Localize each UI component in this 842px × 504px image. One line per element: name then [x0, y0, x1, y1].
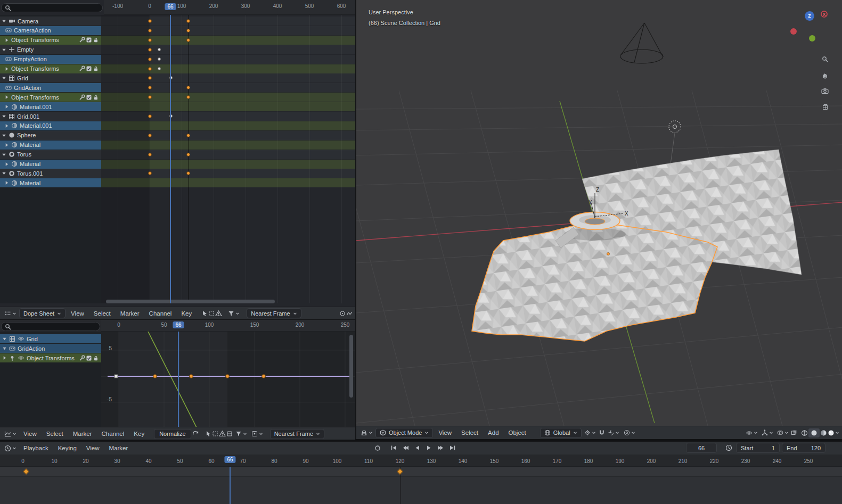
current-frame-chip[interactable]: 66 [173, 321, 184, 328]
keyframe[interactable] [186, 153, 190, 156]
dope-menu-key[interactable]: Key [177, 307, 196, 319]
graph-channel-grid[interactable]: Grid [0, 334, 101, 343]
gizmo-x-axis[interactable]: X [821, 11, 828, 18]
tri-right-icon[interactable] [4, 162, 9, 167]
channel-material-001[interactable]: Material.001 [0, 121, 101, 130]
zoom-tool[interactable] [818, 53, 832, 65]
start-frame-field[interactable]: Start1 [736, 443, 780, 453]
prev-keyframe-button[interactable] [400, 443, 410, 452]
end-frame-field[interactable]: End120 [782, 443, 825, 453]
gizmo-x-neg-axis[interactable] [790, 28, 797, 35]
graph-channel-object-transforms[interactable]: Object Transforms [0, 353, 101, 362]
channel-object-transforms[interactable]: Object Transforms [0, 64, 101, 73]
graph-curve-canvas[interactable] [101, 332, 355, 427]
play-button[interactable] [424, 443, 434, 452]
current-frame-chip[interactable]: 66 [224, 456, 235, 463]
graph-menu-marker[interactable]: Marker [69, 427, 96, 440]
channel-gridaction[interactable]: GridAction [0, 83, 101, 92]
curve-keyframe[interactable] [115, 375, 118, 378]
chev-icon[interactable] [835, 431, 839, 435]
shading-rendered-button[interactable] [828, 429, 835, 436]
channel-material-001[interactable]: Material.001 [0, 102, 101, 111]
shading-material-button[interactable] [820, 429, 827, 436]
tri-right-icon[interactable] [4, 95, 9, 100]
pointer-icon[interactable] [205, 431, 211, 437]
dope-ruler[interactable] [104, 0, 355, 15]
tri-down-icon[interactable] [2, 133, 6, 138]
tri-down-icon[interactable] [2, 152, 6, 157]
channel-material[interactable]: Material [0, 160, 101, 169]
wrench-icon[interactable] [79, 355, 85, 361]
graph-menu-view[interactable]: View [19, 427, 41, 440]
gizmo-y-axis[interactable] [809, 35, 815, 42]
refresh-icon[interactable] [192, 431, 199, 437]
pivot-point-button[interactable] [583, 428, 598, 438]
tri-down-icon[interactable] [2, 336, 7, 341]
keyframe[interactable] [148, 153, 152, 156]
warning-icon[interactable] [219, 431, 226, 437]
overlay-box-icon[interactable] [226, 431, 233, 437]
graph-snap-dropdown[interactable]: Nearest Frame [270, 429, 324, 439]
keyframe[interactable] [186, 171, 190, 175]
next-keyframe-button[interactable] [436, 443, 445, 452]
proportional-edit-button[interactable] [622, 428, 637, 438]
wrench-icon[interactable] [79, 37, 85, 43]
fcurve-icon[interactable] [346, 310, 353, 317]
xray-icon[interactable] [791, 429, 797, 436]
checkbox-icon[interactable] [86, 65, 92, 72]
curve-keyframe[interactable] [153, 375, 157, 378]
channel-material[interactable]: Material [0, 141, 101, 150]
tri-right-icon[interactable] [4, 180, 9, 185]
normalize-button[interactable]: Normalize [154, 429, 191, 439]
channel-torus[interactable]: Torus [0, 150, 101, 159]
filter-button[interactable] [234, 429, 249, 439]
channel-camera[interactable]: Camera [0, 16, 101, 26]
viewport-menu-add[interactable]: Add [484, 426, 503, 439]
center-dot-icon[interactable] [339, 310, 346, 317]
keyframe[interactable] [148, 48, 152, 52]
shading-wireframe-button[interactable] [801, 429, 808, 436]
graph-search[interactable] [1, 322, 100, 331]
curve-keyframe[interactable] [190, 375, 193, 378]
timeline-menu-view[interactable]: View [82, 442, 104, 455]
dope-mode-dropdown[interactable]: Dope Sheet [19, 308, 66, 318]
curve-keyframe[interactable] [262, 375, 266, 378]
editor-type-button[interactable] [3, 429, 18, 439]
dope-menu-channel[interactable]: Channel [145, 307, 176, 319]
tri-right-icon[interactable] [4, 104, 9, 109]
keyframe[interactable] [148, 134, 152, 137]
channel-object-transforms[interactable]: Object Transforms [0, 93, 101, 102]
shading-solid-button[interactable] [808, 428, 820, 437]
tri-right-icon[interactable] [2, 356, 7, 360]
current-frame-field[interactable]: 66 [686, 443, 717, 453]
lock-icon[interactable] [93, 94, 99, 101]
lock-icon[interactable] [93, 37, 99, 43]
visibility-button[interactable] [744, 428, 759, 438]
timeline-menu-playback[interactable]: Playback [19, 442, 53, 455]
channel-torus-001[interactable]: Torus.001 [0, 169, 101, 178]
dope-menu-select[interactable]: Select [89, 307, 115, 319]
snapping-button[interactable] [606, 428, 621, 438]
timeline-menu-marker[interactable]: Marker [105, 442, 133, 455]
viewport-menu-view[interactable]: View [434, 426, 456, 439]
orientation-dropdown[interactable]: Global [540, 428, 582, 438]
keyframe[interactable] [148, 67, 152, 71]
pivot-button[interactable] [250, 429, 265, 439]
channel-cameraaction[interactable]: CameraAction [0, 26, 101, 35]
dope-search-input[interactable] [13, 5, 99, 11]
filter-button[interactable] [226, 308, 241, 318]
jump-to-end-button[interactable] [447, 443, 457, 452]
channel-object-transforms[interactable]: Object Transforms [0, 36, 101, 45]
channel-grid[interactable]: Grid [0, 73, 101, 82]
keyframe[interactable] [186, 19, 190, 23]
gizmo-z-axis[interactable]: Z [805, 11, 814, 21]
checkbox-icon[interactable] [86, 355, 92, 361]
lock-icon[interactable] [93, 65, 99, 72]
jump-to-start-button[interactable] [389, 443, 398, 452]
editor-type-button[interactable] [3, 308, 18, 318]
tri-down-icon[interactable] [2, 47, 6, 52]
checkbox-icon[interactable] [86, 94, 92, 101]
dope-snap-dropdown[interactable]: Nearest Frame [247, 308, 301, 318]
keyframe[interactable] [186, 134, 190, 137]
tri-right-icon[interactable] [4, 38, 9, 43]
